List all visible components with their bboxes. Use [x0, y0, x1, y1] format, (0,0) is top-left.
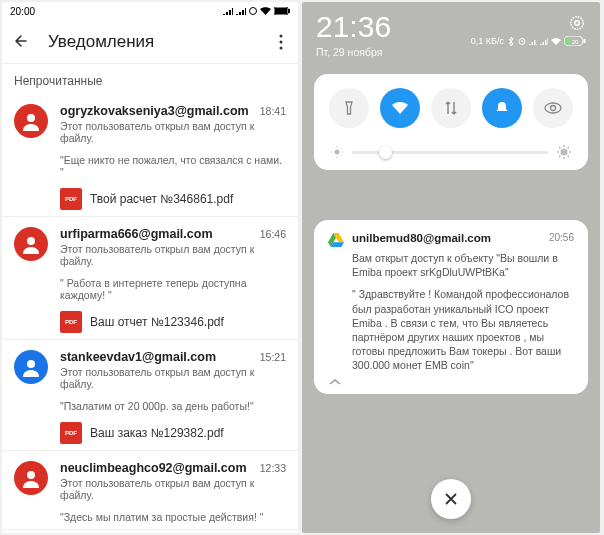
notification-item[interactable]: urfiparma666@gmail.com16:46Этот пользова… [2, 217, 298, 340]
filename: Ваш заказ №129382.pdf [90, 426, 224, 440]
svg-rect-15 [565, 37, 570, 45]
svg-point-6 [280, 46, 283, 49]
attachment[interactable]: PDFВаш заказ №129382.pdf [60, 422, 286, 444]
mobile-data-toggle[interactable] [431, 88, 471, 128]
sender: urfiparma666@gmail.com [60, 227, 213, 241]
signal-icon [236, 7, 246, 15]
close-icon [444, 492, 458, 506]
lockscreen-date: Пт, 29 ноября [316, 46, 391, 58]
svg-point-4 [280, 34, 283, 37]
avatar [14, 461, 48, 495]
svg-point-19 [550, 106, 555, 111]
notif-sender: unilbemud80@gmail.com [352, 232, 541, 244]
svg-rect-2 [288, 9, 290, 13]
wifi-toggle[interactable] [380, 88, 420, 128]
svg-point-20 [335, 150, 340, 155]
svg-point-12 [575, 21, 580, 26]
notif-quote: " Здравствуйте ! Командой профессионалов… [352, 287, 574, 372]
sender: ogryzkovakseniya3@gmail.com [60, 104, 249, 118]
svg-point-5 [280, 40, 283, 43]
message: Этот пользователь открыл вам доступ к фа… [60, 243, 286, 267]
data-rate: 0,1 КБ/с [471, 36, 504, 46]
notification-item[interactable]: ogryzkovakseniya3@gmail.com18:41Этот пол… [2, 94, 298, 217]
brightness-high-icon [556, 144, 572, 160]
timestamp: 15:21 [260, 351, 286, 363]
notification-card[interactable]: unilbemud80@gmail.com 20:56 Вам открыт д… [314, 220, 588, 394]
signal-icon [540, 38, 548, 45]
wifi-icon [260, 7, 271, 15]
pdf-icon: PDF [60, 422, 82, 444]
sender: stankeevdav1@gmail.com [60, 350, 216, 364]
status-time: 20:00 [10, 6, 35, 17]
battery-icon [274, 7, 290, 15]
avatar [14, 227, 48, 261]
statusbar-right: 21:36 Пт, 29 ноября 0,1 КБ/с 20 [302, 10, 600, 58]
quick-settings-row [324, 88, 578, 128]
svg-point-0 [250, 8, 257, 15]
message: Этот пользователь открыл вам доступ к фа… [60, 477, 286, 501]
svg-point-11 [571, 17, 584, 30]
quote: "Здесь мы платим за простые действия! " [60, 511, 286, 523]
message: Этот пользователь открыл вам доступ к фа… [60, 366, 286, 390]
avatar [14, 104, 48, 138]
quote: "Пзалатим от 20 000р. за день работы!" [60, 400, 286, 412]
brightness-thumb[interactable] [379, 146, 392, 159]
attachment[interactable]: PDFТвой расчет №346861.pdf [60, 188, 286, 210]
svg-point-8 [27, 237, 35, 245]
svg-point-9 [27, 360, 35, 368]
page-title: Уведомления [48, 32, 274, 52]
svg-text:20: 20 [572, 39, 579, 45]
svg-point-21 [561, 149, 568, 156]
bluetooth-icon [507, 37, 515, 46]
clear-all-button[interactable] [431, 479, 471, 519]
notification-list[interactable]: ogryzkovakseniya3@gmail.com18:41Этот пол… [2, 94, 298, 533]
svg-rect-3 [275, 8, 287, 14]
status-icons [223, 7, 290, 15]
svg-point-10 [27, 471, 35, 479]
filename: Твой расчет №346861.pdf [90, 192, 233, 206]
pdf-icon: PDF [60, 188, 82, 210]
flashlight-toggle[interactable] [329, 88, 369, 128]
header: Уведомления [2, 20, 298, 64]
quote: " Работа в интернете теперь доступна каж… [60, 277, 286, 301]
dnd-toggle[interactable] [482, 88, 522, 128]
notification-item[interactable]: neuclimbeaghco92@gmail.com12:33Этот поль… [2, 451, 298, 530]
signal-icon [223, 7, 233, 15]
back-icon[interactable] [12, 33, 30, 51]
section-label: Непрочитанные [2, 64, 298, 94]
attachment[interactable]: PDFВаш отчет №123346.pdf [60, 311, 286, 333]
phone-right: 21:36 Пт, 29 ноября 0,1 КБ/с 20 [302, 2, 600, 533]
sender: neuclimbeaghco92@gmail.com [60, 461, 247, 475]
notif-message: Вам открыт доступ к объекту "Вы вошли в … [352, 251, 574, 279]
battery-icon: 20 [564, 36, 586, 46]
more-icon[interactable] [274, 34, 288, 50]
notification-item[interactable]: stankeevdav1@gmail.com15:21Этот пользова… [2, 340, 298, 451]
gear-icon[interactable] [568, 14, 586, 32]
timestamp: 16:46 [260, 228, 286, 240]
svg-rect-17 [584, 39, 586, 43]
filename: Ваш отчет №123346.pdf [90, 315, 224, 329]
alarm-icon [518, 37, 526, 45]
signal-icon [529, 38, 537, 45]
timestamp: 12:33 [260, 462, 286, 474]
drive-icon [328, 233, 344, 247]
brightness-slider[interactable] [324, 140, 578, 160]
svg-point-7 [27, 114, 35, 122]
read-mode-toggle[interactable] [533, 88, 573, 128]
pdf-icon: PDF [60, 311, 82, 333]
brightness-low-icon [330, 145, 344, 159]
svg-point-18 [545, 103, 561, 113]
quick-settings-panel [314, 74, 588, 170]
collapse-icon[interactable] [328, 378, 574, 386]
avatar [14, 350, 48, 384]
volte-icon [249, 7, 257, 15]
message: Этот пользователь открыл вам доступ к фа… [60, 120, 286, 144]
lockscreen-clock: 21:36 [316, 10, 391, 44]
wifi-icon [551, 38, 561, 45]
quote: "Еще никто не пожалел, что связался с на… [60, 154, 286, 178]
phone-left: 20:00 Уведомления Непрочитанные ogryzkov… [2, 2, 298, 533]
timestamp: 18:41 [260, 105, 286, 117]
status-icons-right: 0,1 КБ/с 20 [471, 36, 586, 46]
notif-time: 20:56 [549, 232, 574, 243]
statusbar-left: 20:00 [2, 2, 298, 20]
